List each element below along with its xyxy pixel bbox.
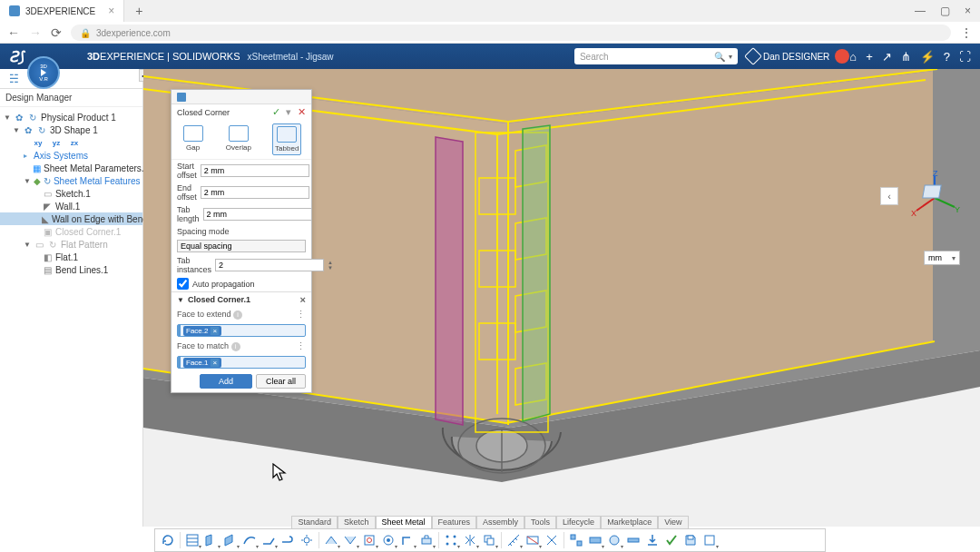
tree-sheet-metal-params[interactable]: ▦ Sheet Metal Parameters.1 xyxy=(0,162,142,174)
tree-physical-product[interactable]: ▼✿↻ Physical Product 1 xyxy=(0,111,142,123)
view-prev-button[interactable]: ‹ xyxy=(880,187,898,205)
tab-features[interactable]: Features xyxy=(432,516,477,528)
tool-measure-icon[interactable]: ▾ xyxy=(505,531,523,549)
tree-closed-corner-grey[interactable]: ▣ Closed Corner.1 xyxy=(0,225,142,238)
chip-remove-icon[interactable]: × xyxy=(211,359,219,367)
tree-sketch1[interactable]: ▭ Sketch.1 xyxy=(0,187,142,200)
cancel-icon[interactable]: ✕ xyxy=(298,106,306,117)
search-dropdown-icon[interactable]: ▾ xyxy=(729,53,732,61)
add-icon[interactable]: + xyxy=(866,50,873,64)
tool-hole-icon[interactable]: ▾ xyxy=(379,531,397,549)
face-match-field[interactable]: Face.1× xyxy=(177,356,306,369)
chevron-down-icon[interactable]: ▼ xyxy=(177,296,184,304)
tool-check-icon[interactable] xyxy=(662,531,681,549)
tab-length-input[interactable] xyxy=(203,208,312,221)
tool-wall-icon[interactable]: ▾ xyxy=(202,531,220,549)
tool-export-icon[interactable] xyxy=(643,531,662,549)
search-input[interactable]: Search 🔍 ▾ xyxy=(574,48,738,64)
tree-3d-shape[interactable]: ▼✿↻ 3D Shape 1 xyxy=(0,123,142,136)
spinner-icon[interactable]: ▲▼ xyxy=(328,260,333,271)
tree-axis-systems[interactable]: ▸ Axis Systems xyxy=(0,149,142,162)
tree-flat1[interactable]: ◧ Flat.1 xyxy=(0,251,142,263)
compass-icon[interactable]: 3D V.R xyxy=(27,56,60,89)
tab-marketplace[interactable]: Marketplace xyxy=(601,516,658,528)
tool-bend-icon[interactable]: ▾ xyxy=(240,531,259,549)
nav-reload-icon[interactable]: ⟳ xyxy=(51,25,62,40)
tool-view3-icon[interactable]: ▾ xyxy=(605,531,623,549)
info-icon[interactable]: i xyxy=(233,310,242,320)
chip-remove-icon[interactable]: × xyxy=(211,327,219,335)
tool-stamp-icon[interactable]: ▾ xyxy=(417,531,436,549)
tool-settings-icon[interactable] xyxy=(298,531,316,549)
user-menu[interactable]: Dan DESIGNER xyxy=(763,49,849,64)
more-icon[interactable]: ⋮ xyxy=(296,309,306,320)
face2-chip[interactable]: Face.2× xyxy=(183,326,221,336)
tool-copy-icon[interactable]: ▾ xyxy=(480,531,498,549)
maximize-icon[interactable]: ▢ xyxy=(940,5,950,17)
nav-forward-icon[interactable]: → xyxy=(29,25,42,40)
browser-menu-icon[interactable]: ⋮ xyxy=(960,25,973,40)
tab-tools[interactable]: Tools xyxy=(524,516,556,528)
ok-icon[interactable]: ✓ xyxy=(272,106,280,117)
zx-plane-icon[interactable]: zx xyxy=(69,137,80,148)
tab-sketch[interactable]: Sketch xyxy=(338,516,376,528)
new-tab-button[interactable]: + xyxy=(130,2,148,20)
flash-icon[interactable]: ⚡ xyxy=(920,50,935,64)
tree-wall-on-edge[interactable]: ◣ Wall on Edge with Bend.1 xyxy=(0,212,142,225)
tool-hem-icon[interactable] xyxy=(279,531,297,549)
home-icon[interactable]: ⌂ xyxy=(849,50,857,64)
apply-dropdown-icon[interactable]: ▾ xyxy=(286,106,291,117)
tab-close-icon[interactable]: × xyxy=(108,5,114,17)
tool-update-icon[interactable] xyxy=(159,531,177,549)
tool-flatten-icon[interactable] xyxy=(624,531,642,549)
tab-lifecycle[interactable]: Lifecycle xyxy=(556,516,601,528)
tree-sheet-metal-features[interactable]: ▼◆↻ Sheet Metal Features xyxy=(0,174,142,187)
collab-icon[interactable]: ⋔ xyxy=(901,50,911,64)
info-icon[interactable]: i xyxy=(231,342,240,351)
remove-instance-icon[interactable]: × xyxy=(300,294,306,305)
unit-selector[interactable]: mm ▾ xyxy=(924,251,960,265)
tool-section-icon[interactable]: ▾ xyxy=(524,531,542,549)
corner-type-overlap[interactable]: Overlap xyxy=(224,123,253,155)
tool-unfold-icon[interactable]: ▾ xyxy=(322,531,340,549)
auto-propagation-checkbox[interactable] xyxy=(177,278,189,290)
tree-wall1[interactable]: ◤ Wall.1 xyxy=(0,200,142,212)
face-extend-field[interactable]: Face.2× xyxy=(177,324,306,337)
end-offset-input[interactable] xyxy=(201,186,309,199)
tool-sm-params-icon[interactable]: ▾ xyxy=(183,531,201,549)
nav-back-icon[interactable]: ← xyxy=(7,25,20,40)
tool-pattern-icon[interactable]: ▾ xyxy=(442,531,460,549)
tool-corner-icon[interactable]: ▾ xyxy=(398,531,416,549)
tool-view1-icon[interactable] xyxy=(567,531,585,549)
expand-icon[interactable]: ⛶ xyxy=(959,50,971,64)
tree-tab-icon[interactable]: ☵ xyxy=(9,73,19,85)
tool-flange-icon[interactable]: ▾ xyxy=(260,531,278,549)
add-button[interactable]: Add xyxy=(200,374,252,389)
tab-instances-input[interactable] xyxy=(215,259,324,271)
tool-mirror-icon[interactable]: ▾ xyxy=(461,531,479,549)
panel-drag-handle[interactable] xyxy=(172,90,311,104)
yz-plane-icon[interactable]: yz xyxy=(51,137,62,148)
tool-wall-edge-icon[interactable]: ▾ xyxy=(221,531,240,549)
clear-all-button[interactable]: Clear all xyxy=(256,374,306,389)
tab-view[interactable]: View xyxy=(658,516,688,528)
tool-cutout-icon[interactable]: ▾ xyxy=(360,531,378,549)
corner-type-gap[interactable]: Gap xyxy=(181,123,205,155)
tree-bend-lines[interactable]: ▤ Bend Lines.1 xyxy=(0,263,142,276)
share-icon[interactable]: ↗ xyxy=(882,50,892,64)
tool-last-icon[interactable]: ▾ xyxy=(701,531,719,549)
corner-type-tabbed[interactable]: Tabbed xyxy=(272,123,301,155)
tool-view2-icon[interactable]: ▾ xyxy=(586,531,604,549)
browser-tab[interactable]: 3DEXPERIENCE × xyxy=(0,0,124,22)
tree-plane-icons[interactable]: xy yz zx xyxy=(0,136,142,149)
help-icon[interactable]: ? xyxy=(944,50,950,64)
more-icon[interactable]: ⋮ xyxy=(296,340,306,352)
tab-sheet-metal[interactable]: Sheet Metal xyxy=(376,516,432,528)
tool-save-icon[interactable] xyxy=(681,531,700,549)
minimize-icon[interactable]: — xyxy=(915,5,926,17)
tool-fold-icon[interactable]: ▾ xyxy=(341,531,359,549)
tab-assembly[interactable]: Assembly xyxy=(476,516,524,528)
tag-icon[interactable] xyxy=(744,47,762,65)
tool-cut-icon[interactable] xyxy=(543,531,561,549)
xy-plane-icon[interactable]: xy xyxy=(33,137,44,148)
